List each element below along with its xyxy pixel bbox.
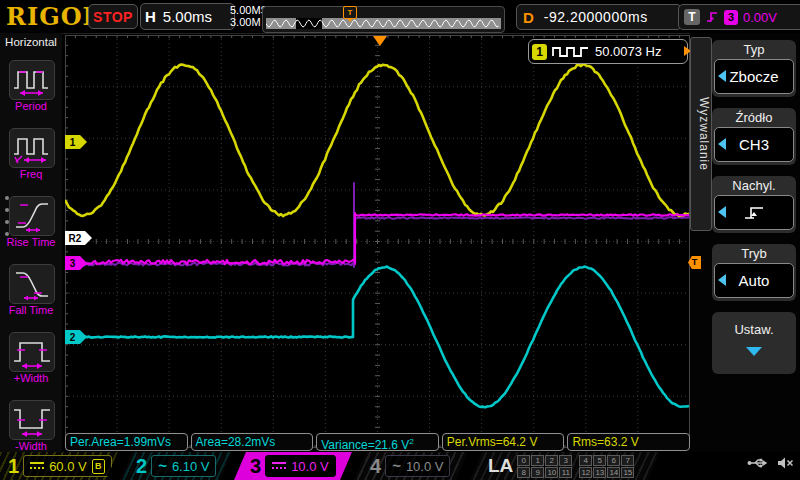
fall-time-measure-label: Fall Time [0,304,62,316]
rise-time-measure-button[interactable] [9,196,55,236]
channel-status-bar: 1 60.0 V B 2 ~ 6.10 V 3 10.0 V 4 ~ 10.0 … [0,452,800,480]
ac-coupling-icon: ~ [392,461,401,471]
period-icon [10,61,54,99]
la-digit: 1 [531,455,544,466]
left-arrow-icon [718,274,726,286]
trigger-label: T [684,9,700,25]
la-digit-grid: 0123456789101112131415 [517,455,634,478]
top-status-bar: RIGOL STOP H 5.00ms 5.00MSa/s 3.00M pts … [0,0,800,34]
la-digit: 6 [607,455,620,466]
preview-band [266,18,501,29]
pos-width-measure-label: +Width [0,372,62,384]
neg-width-measure-button[interactable] [9,400,55,440]
trigger-mode-label: Tryb [714,245,794,263]
frequency-counter-box: 1 50.0073 Hz [528,39,688,64]
h-label: H [145,8,156,25]
fall-time-measure-button[interactable] [9,264,55,304]
svg-text:1: 1 [70,137,76,148]
trigger-type-button[interactable]: Zbocze [714,59,794,94]
pos-width-measure-button[interactable] [9,332,55,372]
la-digit: 9 [531,467,544,478]
freq-counter-value: 50.0073 Hz [595,44,662,59]
rigol-logo: RIGOL [6,2,100,31]
square-wave-icon [552,45,590,59]
la-label: LA [488,455,513,477]
horizontal-timebase-box[interactable]: H 5.00ms [140,3,235,30]
freq-measure-button[interactable] [9,128,55,168]
trigger-slope-button[interactable] [714,195,794,230]
neg-width-measure-label: -Width [0,440,62,452]
trigger-settings-label: Ustaw. [714,321,794,339]
fall-time-icon [10,265,54,303]
delay-value: -92.2000000ms [544,9,648,25]
la-digit: 0 [517,455,530,466]
waveform-display-area: 1R232 [65,35,690,448]
channel-3-scale: 10.0 V [291,459,329,474]
menu-scroll-dot [5,196,9,200]
measurement-bar: Per.Area=1.99mVsArea=28.2mVsVariance=21.… [65,433,690,451]
trigger-mode-button[interactable]: Auto [714,263,794,298]
trigger-status-box[interactable]: T 3 0.00V [678,4,800,30]
measurement-item: Per.Vrms=64.2 V [442,433,565,451]
svg-text:R2: R2 [69,233,82,244]
la-digit: 8 [517,467,530,478]
trigger-slope-label: Nachyl. [714,177,794,195]
waveform-preview-strip[interactable]: T [262,6,505,33]
channel-4-status[interactable]: 4 ~ 10.0 V [354,452,468,480]
neg-width-icon [10,401,54,439]
measurement-item: Area=28.2mVs [191,433,314,451]
trigger-menu-panel: Wyzwalanie Typ Zbocze Źródło CH3 Nachyl.… [690,33,800,452]
delay-box[interactable]: D -92.2000000ms [516,4,682,30]
measurement-item: Variance=21.6 V2 [316,433,439,451]
timebase-value: 5.00ms [163,8,212,25]
speaker-muted-icon [777,456,794,470]
rising-slope-icon [743,204,765,222]
graticule-grid [65,35,690,448]
trigger-type-label: Typ [714,41,794,59]
trigger-menu-tab[interactable]: Wyzwalanie [690,37,712,231]
menu-scroll-dot [5,220,9,224]
la-digit: 5 [593,455,606,466]
trigger-slope-group: Nachyl. [712,176,796,233]
period-measure-label: Period [0,100,62,112]
menu-scroll-dot [5,208,9,212]
channel-zero-marker-3: 3 [65,256,87,270]
usb-icon [747,456,769,470]
channel-2-status[interactable]: 2 ~ 6.10 V [120,452,232,480]
logic-analyzer-status[interactable]: LA 0123456789101112131415 [470,452,660,480]
channel-1-status[interactable]: 1 60.0 V B [0,452,118,480]
channel-2-scale: 6.10 V [172,459,210,474]
la-digit: 7 [621,455,634,466]
run-state-indicator[interactable]: STOP [88,4,138,29]
trigger-settings-button[interactable]: Ustaw. [712,312,796,374]
left-arrow-icon [718,206,726,218]
pos-width-icon [10,333,54,371]
la-digit: 11 [559,467,572,478]
trigger-type-value: Zbocze [729,68,778,85]
delay-label: D [523,9,534,26]
channel-3-status[interactable]: 3 10.0 V [234,452,352,480]
scope-canvas: 1R232 [65,35,690,448]
freq-icon [10,129,54,167]
left-arrow-icon [718,70,726,82]
chevron-down-icon [746,347,762,356]
channel-3-number: 3 [250,455,261,478]
rise-time-measure-label: Rise Time [0,236,62,248]
trigger-position-marker [373,36,387,46]
trigger-source-label: Źródło [714,109,794,127]
trigger-mode-group: Tryb Auto [712,244,796,301]
la-digit: 2 [545,455,558,466]
channel-zero-marker-2: 2 [65,330,87,344]
measure-menu-title: Horizontal [0,36,62,48]
trigger-mode-value: Auto [739,272,770,289]
period-measure-button[interactable] [9,60,55,100]
channel-zero-marker-R2: R2 [65,231,92,245]
la-digit: 10 [545,467,558,478]
svg-text:2: 2 [70,332,76,343]
menu-scroll-dot [5,232,9,236]
measurement-item: Rms=63.2 V [567,433,690,451]
trigger-level-value: 0.00V [743,10,777,25]
preview-trigger-marker[interactable]: T [343,6,357,19]
trigger-source-button[interactable]: CH3 [714,127,794,162]
la-digit: 3 [559,455,572,466]
